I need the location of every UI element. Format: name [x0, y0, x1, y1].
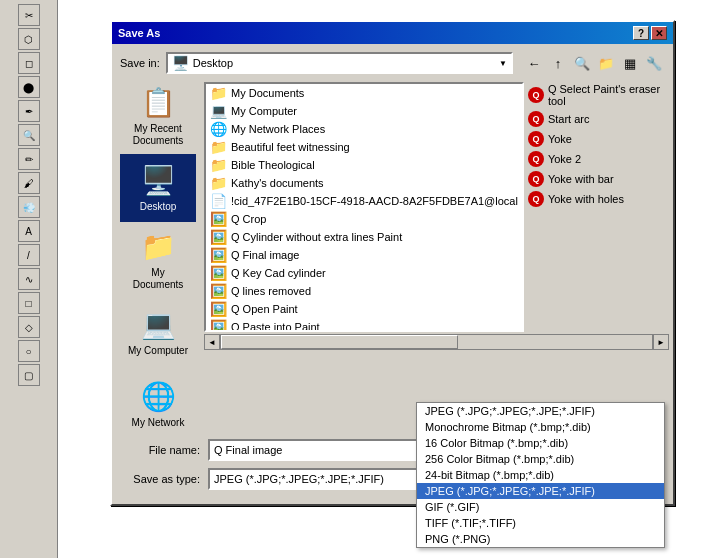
right-item-yoke-holes[interactable]: Q Yoke with holes: [524, 190, 669, 208]
scroll-track[interactable]: [220, 334, 653, 350]
dropdown-item-gif[interactable]: GIF (*.GIF): [417, 499, 664, 515]
dropdown-item-png[interactable]: PNG (*.PNG): [417, 531, 664, 547]
tool-lasso[interactable]: ⬡: [18, 28, 40, 50]
file-item-open-paint[interactable]: 🖼️ Q Open Paint: [206, 300, 522, 318]
tool-rounded-rect[interactable]: ▢: [18, 364, 40, 386]
scroll-left-button[interactable]: ◄: [204, 334, 220, 350]
dropdown-item-24bit[interactable]: 24-bit Bitmap (*.bmp;*.dib): [417, 467, 664, 483]
close-button[interactable]: ✕: [651, 26, 667, 40]
tool-curve[interactable]: ∿: [18, 268, 40, 290]
recent-icon: 📋: [141, 86, 176, 119]
right-text-yoke-holes: Yoke with holes: [548, 193, 624, 205]
file-name-kathy: Kathy's documents: [231, 177, 324, 189]
save-in-combo[interactable]: 🖥️ Desktop ▼: [166, 52, 513, 74]
tool-zoom[interactable]: 🔍: [18, 124, 40, 146]
image-paste-icon: 🖼️: [210, 319, 227, 332]
sidebar-computer-label: My Computer: [128, 345, 188, 357]
tool-text[interactable]: A: [18, 220, 40, 242]
dropdown-item-jpeg1[interactable]: JPEG (*.JPG;*.JPEG;*.JPE;*.JFIF): [417, 403, 664, 419]
sidebar-item-computer[interactable]: 💻 My Computer: [120, 298, 196, 366]
sidebar-item-recent[interactable]: 📋 My Recent Documents: [120, 82, 196, 150]
tool-airbrush[interactable]: 💨: [18, 196, 40, 218]
file-item-final[interactable]: 🖼️ Q Final image: [206, 246, 522, 264]
filename-label: File name:: [120, 444, 200, 456]
file-item-key-cad[interactable]: 🖼️ Q Key Cad cylinder: [206, 264, 522, 282]
file-item-cid[interactable]: 📄 !cid_47F2E1B0-15CF-4918-AACD-8A2F5FDBE…: [206, 192, 522, 210]
tools-button[interactable]: 🔧: [643, 52, 665, 74]
scroll-right-button[interactable]: ►: [653, 334, 669, 350]
new-folder-button[interactable]: 📁: [595, 52, 617, 74]
right-panel: Q Q Select Paint's eraser tool Q Start a…: [524, 82, 669, 332]
combo-arrow-icon: ▼: [499, 59, 507, 68]
tool-polygon[interactable]: ◇: [18, 316, 40, 338]
tool-line[interactable]: /: [18, 244, 40, 266]
image-final-icon: 🖼️: [210, 247, 227, 263]
dialog-titlebar: Save As ? ✕: [112, 22, 673, 44]
tool-fill[interactable]: ⬤: [18, 76, 40, 98]
file-item-beautiful-feet[interactable]: 📁 Beautiful feet witnessing: [206, 138, 522, 156]
tool-select[interactable]: ✂: [18, 4, 40, 26]
right-item-eraser[interactable]: Q Q Select Paint's eraser tool: [524, 82, 669, 108]
file-name-network-places: My Network Places: [231, 123, 325, 135]
file-name-cylinder: Q Cylinder without extra lines Paint: [231, 231, 402, 243]
view-button[interactable]: ▦: [619, 52, 641, 74]
files-columns: 📁 My Documents 💻 My Computer 🌐 My Networ…: [204, 82, 669, 332]
desktop-folder-icon: 🖥️: [172, 55, 189, 71]
file-list[interactable]: 📁 My Documents 💻 My Computer 🌐 My Networ…: [204, 82, 524, 332]
file-item-crop[interactable]: 🖼️ Q Crop: [206, 210, 522, 228]
right-item-start-arc[interactable]: Q Start arc: [524, 110, 669, 128]
file-name-lines: Q lines removed: [231, 285, 311, 297]
file-name-beautiful-feet: Beautiful feet witnessing: [231, 141, 350, 153]
right-text-yoke: Yoke: [548, 133, 572, 145]
sidebar-item-network[interactable]: 🌐 My Network: [120, 370, 196, 438]
tool-rect[interactable]: □: [18, 292, 40, 314]
dropdown-item-256color[interactable]: 256 Color Bitmap (*.bmp;*.dib): [417, 451, 664, 467]
back-button[interactable]: ←: [523, 52, 545, 74]
file-item-paste[interactable]: 🖼️ Q Paste into Paint: [206, 318, 522, 332]
right-text-start-arc: Start arc: [548, 113, 590, 125]
tool-eraser[interactable]: ◻: [18, 52, 40, 74]
yokeholes-dot: Q: [528, 191, 544, 207]
computer-file-icon: 💻: [210, 103, 227, 119]
file-item-cylinder[interactable]: 🖼️ Q Cylinder without extra lines Paint: [206, 228, 522, 246]
tool-ellipse[interactable]: ○: [18, 340, 40, 362]
file-item-bible[interactable]: 📁 Bible Theological: [206, 156, 522, 174]
filename-value: Q Final image: [214, 444, 282, 456]
tool-brush[interactable]: 🖌: [18, 172, 40, 194]
file-name-cid: !cid_47F2E1B0-15CF-4918-AACD-8A2F5FDBE7A…: [231, 195, 518, 207]
scroll-thumb[interactable]: [221, 335, 458, 349]
right-item-yoke[interactable]: Q Yoke: [524, 130, 669, 148]
dropdown-item-jpeg2[interactable]: JPEG (*.JPG;*.JPEG;*.JPE;*.JFIF): [417, 483, 664, 499]
dropdown-item-mono[interactable]: Monochrome Bitmap (*.bmp;*.dib): [417, 419, 664, 435]
file-item-network-places[interactable]: 🌐 My Network Places: [206, 120, 522, 138]
dropdown-item-tiff[interactable]: TIFF (*.TIF;*.TIFF): [417, 515, 664, 531]
paint-toolbar: ✂ ⬡ ◻ ⬤ ✒ 🔍 ✏ 🖌 💨 A / ∿ □ ◇ ○ ▢: [0, 0, 58, 558]
right-item-yoke2[interactable]: Q Yoke 2: [524, 150, 669, 168]
file-item-kathy[interactable]: 📁 Kathy's documents: [206, 174, 522, 192]
yokebar-dot: Q: [528, 171, 544, 187]
image-openpaint-icon: 🖼️: [210, 301, 227, 317]
image-crop-icon: 🖼️: [210, 211, 227, 227]
file-cid-icon: 📄: [210, 193, 227, 209]
tool-pencil[interactable]: ✏: [18, 148, 40, 170]
sidebar-recent-label: My Recent Documents: [125, 123, 191, 147]
file-name-open-paint: Q Open Paint: [231, 303, 298, 315]
file-item-my-documents[interactable]: 📁 My Documents: [206, 84, 522, 102]
image-lines-icon: 🖼️: [210, 283, 227, 299]
file-name-final: Q Final image: [231, 249, 299, 261]
up-button[interactable]: ↑: [547, 52, 569, 74]
help-button[interactable]: ?: [633, 26, 649, 40]
file-item-lines[interactable]: 🖼️ Q lines removed: [206, 282, 522, 300]
right-item-yoke-bar[interactable]: Q Yoke with bar: [524, 170, 669, 188]
file-name-paste: Q Paste into Paint: [231, 321, 320, 332]
savetype-value: JPEG (*.JPG;*.JPEG;*.JPE;*.JFIF): [214, 473, 384, 485]
dialog-title: Save As: [118, 27, 160, 39]
dropdown-item-16color[interactable]: 16 Color Bitmap (*.bmp;*.dib): [417, 435, 664, 451]
eraser-dot: Q: [528, 87, 544, 103]
tool-eyedrop[interactable]: ✒: [18, 100, 40, 122]
file-item-my-computer[interactable]: 💻 My Computer: [206, 102, 522, 120]
right-text-yoke2: Yoke 2: [548, 153, 581, 165]
search-web-button[interactable]: 🔍: [571, 52, 593, 74]
sidebar-item-desktop[interactable]: 🖥️ Desktop: [120, 154, 196, 222]
sidebar-item-documents[interactable]: 📁 My Documents: [120, 226, 196, 294]
